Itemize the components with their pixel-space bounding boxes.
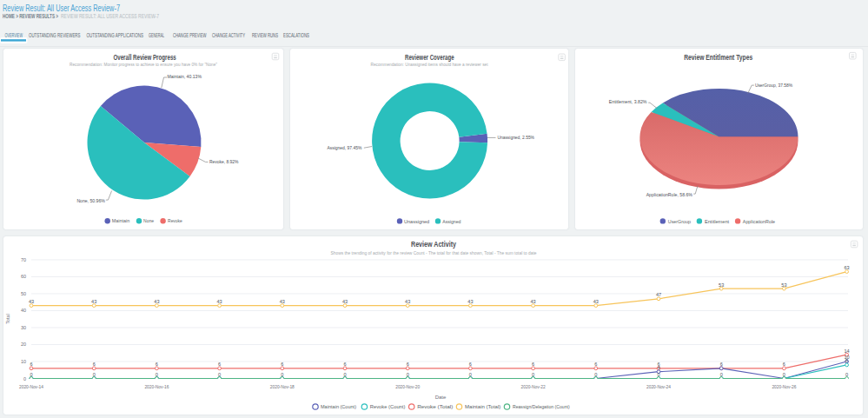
svg-text:Overall Review Progress: Overall Review Progress [113, 53, 176, 62]
svg-text:0: 0 [532, 372, 534, 377]
svg-text:63: 63 [844, 265, 849, 270]
svg-text:0: 0 [343, 372, 346, 377]
svg-text:43: 43 [593, 299, 599, 304]
svg-text:0: 0 [469, 372, 472, 377]
svg-text:43: 43 [342, 299, 348, 304]
svg-text:OUTSTANDING APPLICATIONS: OUTSTANDING APPLICATIONS [87, 32, 144, 38]
svg-text:0: 0 [281, 372, 283, 377]
svg-text:Revoke: Revoke [168, 217, 182, 223]
svg-text:60: 60 [21, 274, 26, 279]
svg-text:0: 0 [407, 372, 409, 377]
svg-text:Assigned: Assigned [442, 218, 461, 224]
svg-text:UserGroup: UserGroup [668, 218, 692, 224]
svg-text:0: 0 [720, 372, 723, 377]
svg-text:Reassign/Delegation (Count): Reassign/Delegation (Count) [513, 403, 570, 409]
svg-text:6: 6 [156, 362, 158, 367]
svg-text:UserGroup, 37.58%: UserGroup, 37.58% [755, 83, 792, 88]
svg-text:6: 6 [281, 362, 283, 367]
svg-text:Date: Date [435, 395, 447, 400]
svg-text:43: 43 [280, 299, 285, 304]
svg-text:6: 6 [594, 362, 597, 367]
svg-text:REVIEW RESULT: ALL USER ACCESS: REVIEW RESULT: ALL USER ACCESS REVIEW-7 [61, 13, 159, 19]
svg-text:None, 50.96%: None, 50.96% [76, 198, 104, 203]
svg-text:CHANGE ACTIVITY: CHANGE ACTIVITY [212, 32, 245, 38]
svg-text:6: 6 [532, 362, 534, 367]
svg-text:53: 53 [781, 282, 786, 288]
svg-text:ESCALATIONS: ESCALATIONS [283, 32, 309, 38]
svg-text:Maintain, 40.13%: Maintain, 40.13% [167, 74, 202, 79]
svg-text:Review Result: All User Access: Review Result: All User Access Review-7 [3, 3, 120, 13]
svg-text:OUTSTANDING REVIEWERS: OUTSTANDING REVIEWERS [29, 32, 81, 38]
svg-text:OVERVIEW: OVERVIEW [5, 32, 23, 38]
svg-text:HOME > REVIEW RESULTS >: HOME > REVIEW RESULTS > [3, 13, 58, 19]
svg-text:Maintain (Total): Maintain (Total) [465, 403, 500, 409]
svg-text:None: None [143, 217, 155, 223]
svg-text:6: 6 [93, 362, 96, 367]
svg-text:6: 6 [469, 362, 472, 367]
svg-text:14: 14 [844, 348, 849, 354]
svg-text:43: 43 [530, 299, 535, 304]
svg-text:Entitlement, 3.82%: Entitlement, 3.82% [609, 99, 647, 104]
svg-text:Reviewer Coverage: Reviewer Coverage [405, 53, 454, 62]
svg-text:0: 0 [30, 372, 32, 377]
svg-text:40: 40 [21, 308, 26, 313]
svg-text:Shows the trending of activity: Shows the trending of activity for the r… [331, 250, 537, 255]
svg-text:Review Entitlment Types: Review Entitlment Types [684, 53, 752, 62]
svg-text:43: 43 [154, 299, 159, 304]
svg-text:50: 50 [21, 291, 26, 296]
svg-text:Maintain: Maintain [112, 217, 129, 223]
svg-text:43: 43 [91, 299, 96, 304]
svg-text:Review Activity: Review Activity [411, 240, 456, 249]
svg-text:Recommendation: Monitor progre: Recommendation: Monitor progress to achi… [70, 62, 217, 67]
svg-text:6: 6 [720, 362, 723, 367]
svg-text:70: 70 [21, 257, 26, 262]
svg-text:0: 0 [783, 372, 785, 377]
svg-text:43: 43 [405, 299, 410, 304]
svg-text:Unassigned: Unassigned [404, 218, 429, 224]
svg-text:8: 8 [845, 358, 848, 363]
svg-text:2020-Nov-14: 2020-Nov-14 [19, 384, 43, 389]
svg-text:Entitlement: Entitlement [705, 218, 730, 224]
svg-text:ApplicationRole: ApplicationRole [743, 218, 776, 224]
svg-text:0: 0 [845, 372, 848, 377]
svg-text:6: 6 [30, 362, 32, 367]
svg-text:2020-Nov-20: 2020-Nov-20 [395, 384, 420, 389]
svg-text:20: 20 [21, 342, 26, 347]
svg-text:GENERAL: GENERAL [149, 32, 164, 38]
svg-text:REVIEW RUNS: REVIEW RUNS [252, 32, 278, 38]
svg-text:2020-Nov-24: 2020-Nov-24 [646, 384, 671, 389]
svg-text:10: 10 [21, 359, 26, 364]
svg-text:30: 30 [21, 325, 26, 330]
svg-text:2020-Nov-26: 2020-Nov-26 [772, 384, 796, 389]
svg-text:4: 4 [657, 365, 659, 370]
svg-text:0: 0 [218, 372, 221, 377]
svg-text:43: 43 [29, 299, 34, 304]
svg-text:0: 0 [23, 376, 26, 382]
svg-text:Maintain (Count): Maintain (Count) [321, 403, 356, 409]
svg-text:47: 47 [656, 292, 661, 297]
svg-text:CHANGE PREVIEW: CHANGE PREVIEW [173, 32, 207, 38]
svg-text:6: 6 [407, 362, 409, 367]
svg-text:Unassigned, 2.55%: Unassigned, 2.55% [497, 135, 534, 140]
svg-text:Total: Total [5, 314, 10, 324]
svg-text:2020-Nov-16: 2020-Nov-16 [144, 384, 169, 389]
svg-text:0: 0 [93, 372, 96, 377]
svg-text:0: 0 [657, 372, 659, 377]
svg-text:ApplicationRole, 58.6%: ApplicationRole, 58.6% [646, 192, 692, 197]
svg-text:6: 6 [343, 362, 346, 367]
svg-text:Assigned, 97.45%: Assigned, 97.45% [327, 145, 361, 150]
svg-text:Recommendation: Unassigned ite: Recommendation: Unassigned items should … [371, 62, 489, 67]
svg-text:53: 53 [719, 282, 724, 288]
svg-text:Revoke (Total): Revoke (Total) [417, 403, 453, 409]
svg-text:Revoke (Count): Revoke (Count) [370, 403, 406, 409]
svg-text:6: 6 [783, 362, 785, 367]
svg-text:43: 43 [216, 299, 222, 304]
svg-text:2020-Nov-18: 2020-Nov-18 [270, 384, 295, 389]
svg-text:6: 6 [218, 362, 221, 367]
svg-text:0: 0 [156, 372, 158, 377]
svg-text:Revoke, 8.92%: Revoke, 8.92% [209, 159, 238, 164]
svg-text:43: 43 [467, 299, 473, 304]
svg-text:2020-Nov-22: 2020-Nov-22 [521, 384, 546, 389]
svg-text:0: 0 [594, 372, 597, 377]
